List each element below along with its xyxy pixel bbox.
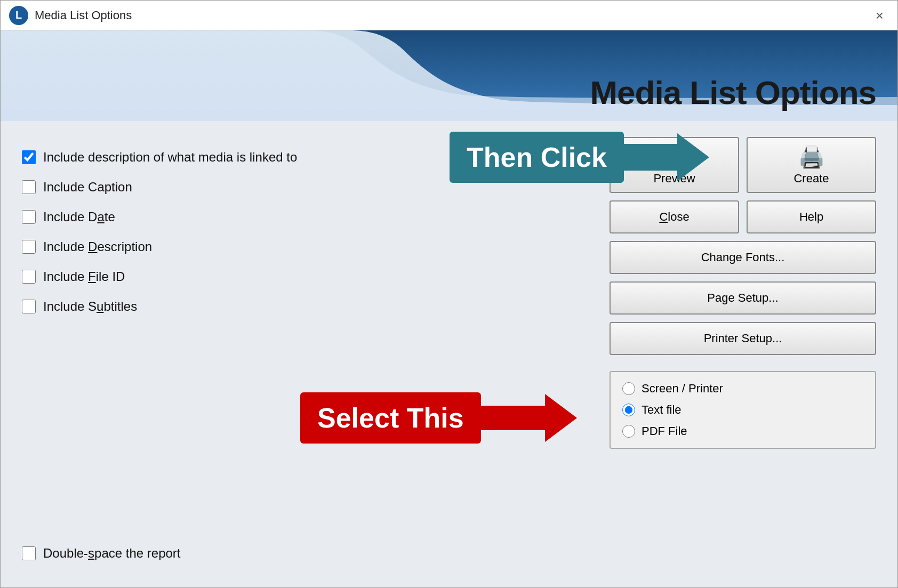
printer-setup-button[interactable]: Printer Setup... xyxy=(610,322,876,355)
checkbox-desc[interactable] xyxy=(22,240,36,254)
right-panel: Then Click 🔍 Preview 🖨️ Create xyxy=(610,137,876,571)
select-this-arrow xyxy=(481,394,577,442)
checkbox-item-desc: Include Description xyxy=(22,232,588,262)
radio-label-screen-printer: Screen / Printer xyxy=(642,382,723,396)
checkbox-label-subtitles: Include Subtitles xyxy=(43,299,137,314)
radio-item-screen-printer: Screen / Printer xyxy=(622,382,863,396)
close-button[interactable]: × xyxy=(870,6,889,25)
select-this-annotation: Select This xyxy=(300,392,577,444)
select-this-label: Select This xyxy=(300,392,481,444)
svg-marker-2 xyxy=(481,394,577,442)
svg-marker-1 xyxy=(624,133,709,181)
printer-icon: 🖨️ xyxy=(798,144,825,170)
then-click-arrow xyxy=(624,133,709,181)
radio-screen-printer[interactable] xyxy=(622,382,635,395)
checkbox-label-desc: Include Description xyxy=(43,239,152,254)
checkbox-date[interactable] xyxy=(22,210,36,224)
radio-item-text-file: Text file xyxy=(622,403,863,417)
checkbox-label-caption: Include Caption xyxy=(43,180,132,195)
checkbox-item-subtitles: Include Subtitles xyxy=(22,292,588,321)
then-click-annotation: Then Click xyxy=(450,132,709,183)
create-button[interactable]: 🖨️ Create xyxy=(747,137,876,193)
checkbox-label-date: Include Date xyxy=(43,210,115,224)
checkbox-label-doublespace: Double-space the report xyxy=(43,546,180,561)
radio-label-text-file: Text file xyxy=(642,403,681,417)
dialog-window: L Media List Options × Media List xyxy=(0,0,898,588)
radio-text-file[interactable] xyxy=(622,404,635,416)
left-panel: Include description of what media is lin… xyxy=(22,137,588,571)
radio-container: Select This Screen / Printer Text file xyxy=(610,367,876,449)
secondary-buttons-row: Close Help xyxy=(610,200,876,233)
checkbox-item-date: Include Date xyxy=(22,202,588,232)
checkbox-fileid[interactable] xyxy=(22,270,36,284)
checkbox-label-fileid: Include File ID xyxy=(43,269,125,284)
checkbox-description-linked[interactable] xyxy=(22,150,36,164)
radio-item-pdf-file: PDF File xyxy=(622,424,863,438)
checkbox-doublespace[interactable] xyxy=(22,546,36,560)
output-format-section: Screen / Printer Text file PDF File xyxy=(610,371,876,449)
header-area: Media List Options xyxy=(1,30,897,121)
close-dialog-button[interactable]: Close xyxy=(610,200,739,233)
title-bar-text: Media List Options xyxy=(35,9,870,22)
page-setup-button[interactable]: Page Setup... xyxy=(610,281,876,315)
title-bar: L Media List Options × xyxy=(1,1,897,30)
help-button[interactable]: Help xyxy=(747,200,876,233)
checkbox-subtitles[interactable] xyxy=(22,300,36,313)
then-click-label: Then Click xyxy=(450,132,624,183)
checkbox-caption[interactable] xyxy=(22,180,36,194)
checkbox-item-doublespace: Double-space the report xyxy=(22,538,588,571)
dialog-title: Media List Options xyxy=(590,74,876,111)
app-icon: L xyxy=(9,6,28,25)
checkbox-item-fileid: Include File ID xyxy=(22,262,588,292)
change-fonts-button[interactable]: Change Fonts... xyxy=(610,241,876,274)
radio-pdf-file[interactable] xyxy=(622,425,635,438)
radio-label-pdf-file: PDF File xyxy=(642,424,687,438)
main-content: Include description of what media is lin… xyxy=(1,121,897,587)
checkbox-label-description-linked: Include description of what media is lin… xyxy=(43,150,297,165)
